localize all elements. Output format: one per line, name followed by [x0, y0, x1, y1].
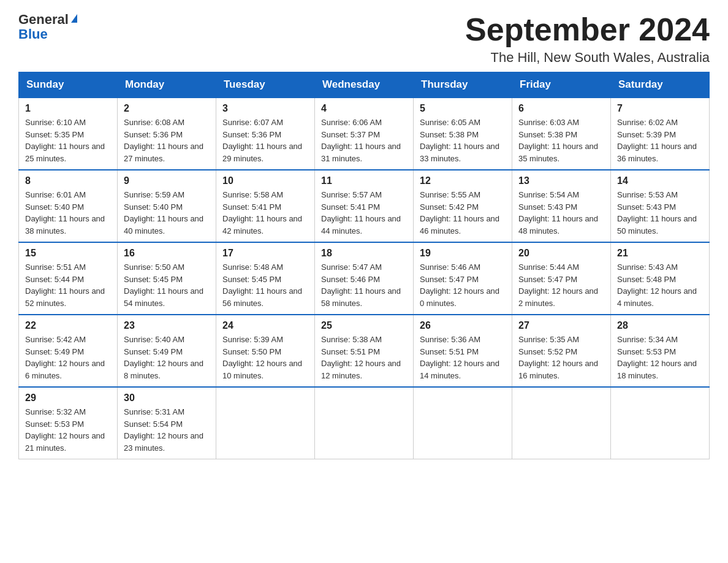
- day-number: 4: [321, 103, 407, 114]
- day-number: 2: [124, 103, 210, 114]
- calendar-cell: 29 Sunrise: 5:32 AMSunset: 5:53 PMDaylig…: [19, 387, 118, 459]
- day-info: Sunrise: 5:40 AMSunset: 5:49 PMDaylight:…: [124, 335, 203, 380]
- calendar-cell: [216, 387, 315, 459]
- calendar-cell: 3 Sunrise: 6:07 AMSunset: 5:36 PMDayligh…: [216, 98, 315, 170]
- day-info: Sunrise: 5:48 AMSunset: 5:45 PMDaylight:…: [222, 262, 302, 308]
- header-row: Sunday Monday Tuesday Wednesday Thursday…: [19, 72, 710, 98]
- calendar-header: Sunday Monday Tuesday Wednesday Thursday…: [19, 72, 710, 98]
- day-info: Sunrise: 5:34 AMSunset: 5:53 PMDaylight:…: [617, 335, 697, 380]
- day-number: 15: [25, 248, 111, 259]
- day-info: Sunrise: 6:10 AMSunset: 5:35 PMDaylight:…: [25, 118, 105, 163]
- day-number: 30: [124, 393, 210, 404]
- day-number: 29: [25, 393, 111, 404]
- calendar-cell: 13 Sunrise: 5:54 AMSunset: 5:43 PMDaylig…: [512, 170, 611, 242]
- day-number: 24: [222, 320, 308, 331]
- day-info: Sunrise: 6:05 AMSunset: 5:38 PMDaylight:…: [420, 118, 499, 163]
- calendar-week-1: 1 Sunrise: 6:10 AMSunset: 5:35 PMDayligh…: [19, 98, 710, 170]
- day-info: Sunrise: 5:59 AMSunset: 5:40 PMDaylight:…: [124, 190, 203, 236]
- day-info: Sunrise: 5:43 AMSunset: 5:48 PMDaylight:…: [617, 262, 697, 308]
- day-info: Sunrise: 5:58 AMSunset: 5:41 PMDaylight:…: [222, 190, 302, 236]
- day-info: Sunrise: 5:46 AMSunset: 5:47 PMDaylight:…: [420, 262, 499, 308]
- day-number: 23: [124, 320, 210, 331]
- calendar-cell: 23 Sunrise: 5:40 AMSunset: 5:49 PMDaylig…: [118, 315, 216, 387]
- col-wednesday: Wednesday: [315, 72, 414, 98]
- day-info: Sunrise: 5:44 AMSunset: 5:47 PMDaylight:…: [518, 262, 598, 308]
- title-block: September 2024 The Hill, New South Wales…: [465, 12, 710, 66]
- col-tuesday: Tuesday: [216, 72, 315, 98]
- day-info: Sunrise: 6:02 AMSunset: 5:39 PMDaylight:…: [617, 118, 697, 163]
- day-number: 10: [222, 175, 308, 186]
- calendar-cell: 30 Sunrise: 5:31 AMSunset: 5:54 PMDaylig…: [118, 387, 216, 459]
- calendar-cell: [315, 387, 414, 459]
- calendar-cell: [512, 387, 611, 459]
- page-header: General Blue September 2024 The Hill, Ne…: [18, 12, 710, 66]
- calendar-cell: 2 Sunrise: 6:08 AMSunset: 5:36 PMDayligh…: [118, 98, 216, 170]
- calendar-cell: 10 Sunrise: 5:58 AMSunset: 5:41 PMDaylig…: [216, 170, 315, 242]
- day-number: 16: [124, 248, 210, 259]
- calendar-cell: 4 Sunrise: 6:06 AMSunset: 5:37 PMDayligh…: [315, 98, 414, 170]
- day-info: Sunrise: 5:50 AMSunset: 5:45 PMDaylight:…: [124, 262, 203, 308]
- day-number: 27: [518, 320, 604, 331]
- calendar-week-2: 8 Sunrise: 6:01 AMSunset: 5:40 PMDayligh…: [19, 170, 710, 242]
- day-info: Sunrise: 5:53 AMSunset: 5:43 PMDaylight:…: [617, 190, 697, 236]
- calendar-cell: 1 Sunrise: 6:10 AMSunset: 5:35 PMDayligh…: [19, 98, 118, 170]
- day-info: Sunrise: 5:38 AMSunset: 5:51 PMDaylight:…: [321, 335, 401, 380]
- day-number: 11: [321, 175, 407, 186]
- day-info: Sunrise: 5:55 AMSunset: 5:42 PMDaylight:…: [420, 190, 499, 236]
- day-number: 14: [617, 175, 703, 186]
- day-number: 3: [222, 103, 308, 114]
- calendar-cell: 22 Sunrise: 5:42 AMSunset: 5:49 PMDaylig…: [19, 315, 118, 387]
- day-number: 26: [420, 320, 506, 331]
- day-number: 17: [222, 248, 308, 259]
- day-info: Sunrise: 5:51 AMSunset: 5:44 PMDaylight:…: [25, 262, 105, 308]
- day-info: Sunrise: 5:47 AMSunset: 5:46 PMDaylight:…: [321, 262, 401, 308]
- calendar-cell: 9 Sunrise: 5:59 AMSunset: 5:40 PMDayligh…: [118, 170, 216, 242]
- calendar-cell: 24 Sunrise: 5:39 AMSunset: 5:50 PMDaylig…: [216, 315, 315, 387]
- day-number: 9: [124, 175, 210, 186]
- logo-blue-text: Blue: [18, 27, 77, 42]
- day-info: Sunrise: 6:06 AMSunset: 5:37 PMDaylight:…: [321, 118, 401, 163]
- col-sunday: Sunday: [19, 72, 118, 98]
- calendar-cell: 27 Sunrise: 5:35 AMSunset: 5:52 PMDaylig…: [512, 315, 611, 387]
- month-title: September 2024: [465, 12, 710, 47]
- calendar-cell: 21 Sunrise: 5:43 AMSunset: 5:48 PMDaylig…: [611, 242, 710, 315]
- calendar-cell: 12 Sunrise: 5:55 AMSunset: 5:42 PMDaylig…: [414, 170, 512, 242]
- calendar-cell: 15 Sunrise: 5:51 AMSunset: 5:44 PMDaylig…: [19, 242, 118, 315]
- calendar-cell: 6 Sunrise: 6:03 AMSunset: 5:38 PMDayligh…: [512, 98, 611, 170]
- day-number: 12: [420, 175, 506, 186]
- col-thursday: Thursday: [414, 72, 512, 98]
- day-info: Sunrise: 5:36 AMSunset: 5:51 PMDaylight:…: [420, 335, 499, 380]
- day-info: Sunrise: 6:01 AMSunset: 5:40 PMDaylight:…: [25, 190, 105, 236]
- calendar-cell: [414, 387, 512, 459]
- calendar-week-3: 15 Sunrise: 5:51 AMSunset: 5:44 PMDaylig…: [19, 242, 710, 315]
- calendar-cell: 19 Sunrise: 5:46 AMSunset: 5:47 PMDaylig…: [414, 242, 512, 315]
- calendar-cell: 17 Sunrise: 5:48 AMSunset: 5:45 PMDaylig…: [216, 242, 315, 315]
- col-monday: Monday: [118, 72, 216, 98]
- day-info: Sunrise: 5:42 AMSunset: 5:49 PMDaylight:…: [25, 335, 105, 380]
- location: The Hill, New South Wales, Australia: [465, 50, 710, 66]
- day-info: Sunrise: 5:35 AMSunset: 5:52 PMDaylight:…: [518, 335, 598, 380]
- day-number: 21: [617, 248, 703, 259]
- calendar-cell: 7 Sunrise: 6:02 AMSunset: 5:39 PMDayligh…: [611, 98, 710, 170]
- calendar-week-5: 29 Sunrise: 5:32 AMSunset: 5:53 PMDaylig…: [19, 387, 710, 459]
- day-number: 6: [518, 103, 604, 114]
- calendar-cell: 26 Sunrise: 5:36 AMSunset: 5:51 PMDaylig…: [414, 315, 512, 387]
- calendar-cell: [611, 387, 710, 459]
- day-number: 18: [321, 248, 407, 259]
- day-number: 19: [420, 248, 506, 259]
- calendar-table: Sunday Monday Tuesday Wednesday Thursday…: [18, 72, 710, 459]
- day-number: 25: [321, 320, 407, 331]
- calendar-cell: 5 Sunrise: 6:05 AMSunset: 5:38 PMDayligh…: [414, 98, 512, 170]
- day-number: 5: [420, 103, 506, 114]
- col-friday: Friday: [512, 72, 611, 98]
- calendar-cell: 11 Sunrise: 5:57 AMSunset: 5:41 PMDaylig…: [315, 170, 414, 242]
- day-info: Sunrise: 5:31 AMSunset: 5:54 PMDaylight:…: [124, 407, 203, 453]
- logo-triangle-icon: [71, 14, 77, 23]
- day-info: Sunrise: 5:39 AMSunset: 5:50 PMDaylight:…: [222, 335, 302, 380]
- day-number: 1: [25, 103, 111, 114]
- calendar-cell: 14 Sunrise: 5:53 AMSunset: 5:43 PMDaylig…: [611, 170, 710, 242]
- calendar-body: 1 Sunrise: 6:10 AMSunset: 5:35 PMDayligh…: [19, 98, 710, 459]
- day-info: Sunrise: 5:57 AMSunset: 5:41 PMDaylight:…: [321, 190, 401, 236]
- calendar-cell: 25 Sunrise: 5:38 AMSunset: 5:51 PMDaylig…: [315, 315, 414, 387]
- day-info: Sunrise: 6:08 AMSunset: 5:36 PMDaylight:…: [124, 118, 203, 163]
